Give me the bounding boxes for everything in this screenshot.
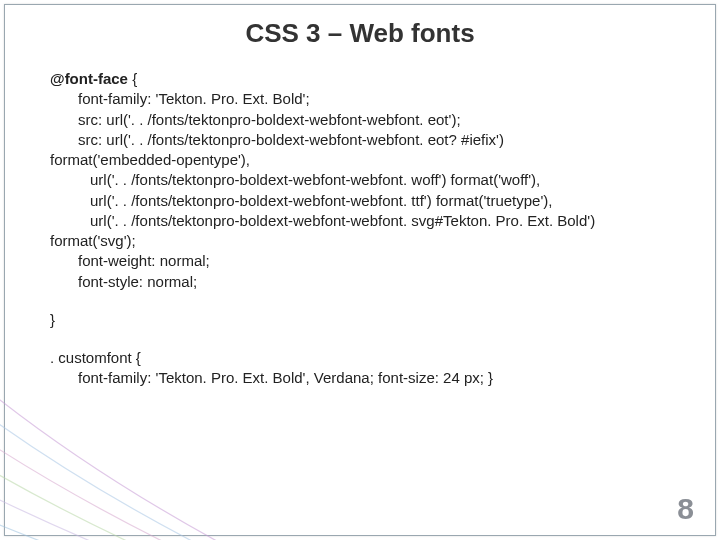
blank-line (50, 330, 670, 348)
slide: CSS 3 – Web fonts @font-face { font-fami… (0, 0, 720, 540)
code-line: format('embedded-opentype'), (50, 150, 670, 170)
code-line: . customfont { (50, 348, 670, 368)
code-line: font-family: 'Tekton. Pro. Ext. Bold', V… (50, 368, 670, 388)
code-line: font-weight: normal; (50, 251, 670, 271)
code-line: @font-face { (50, 69, 670, 89)
slide-body: @font-face { font-family: 'Tekton. Pro. … (0, 59, 720, 389)
code-line: src: url('. . /fonts/tektonpro-boldext-w… (50, 110, 670, 130)
code-line: src: url('. . /fonts/tektonpro-boldext-w… (50, 130, 670, 150)
code-line: url('. . /fonts/tektonpro-boldext-webfon… (50, 170, 670, 190)
code-line: font-family: 'Tekton. Pro. Ext. Bold'; (50, 89, 670, 109)
code-line: format('svg'); (50, 231, 670, 251)
page-number: 8 (677, 492, 694, 526)
code-line: font-style: normal; (50, 272, 670, 292)
code-line: } (50, 310, 670, 330)
bold-text: @font-face (50, 70, 128, 87)
slide-title: CSS 3 – Web fonts (0, 0, 720, 59)
blank-line (50, 292, 670, 310)
code-line: url('. . /fonts/tektonpro-boldext-webfon… (50, 191, 670, 211)
code-line: url('. . /fonts/tektonpro-boldext-webfon… (50, 211, 670, 231)
